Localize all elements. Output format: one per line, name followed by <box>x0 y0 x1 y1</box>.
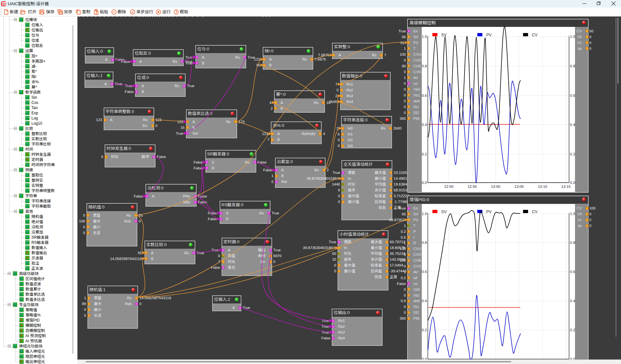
svg-text:AIC: AIC <box>2 2 7 6</box>
svg-text:?: ? <box>175 10 177 14</box>
